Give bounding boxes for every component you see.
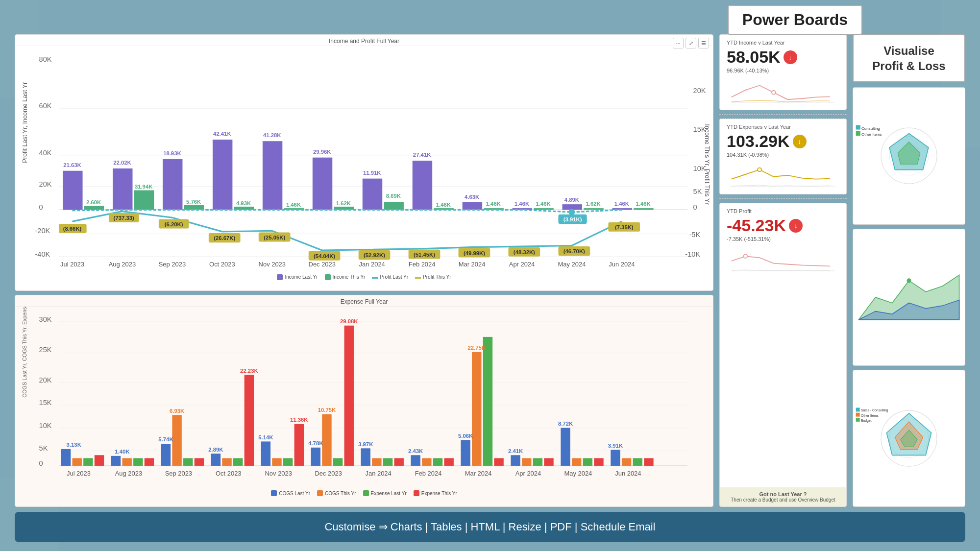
profit-arrow-icon: ↓ <box>789 219 803 233</box>
svg-text:Nov 2023: Nov 2023 <box>265 470 292 477</box>
svg-text:1.62K: 1.62K <box>586 201 601 207</box>
svg-text:Apr 2024: Apr 2024 <box>509 261 535 268</box>
svg-rect-170 <box>483 337 492 466</box>
svg-text:Oct 2023: Oct 2023 <box>216 470 242 477</box>
svg-text:(52.92K): (52.92K) <box>364 252 385 258</box>
svg-text:(26.67K): (26.67K) <box>214 235 235 241</box>
power-boards-box: Power Boards <box>728 5 862 35</box>
svg-text:1.46K: 1.46K <box>636 201 651 207</box>
svg-text:3.91K: 3.91K <box>608 443 623 449</box>
svg-rect-160 <box>383 458 392 465</box>
svg-text:-40K: -40K <box>35 250 50 258</box>
svg-rect-125 <box>83 458 93 465</box>
svg-text:11.36K: 11.36K <box>290 417 308 423</box>
svg-text:4.93K: 4.93K <box>236 200 251 206</box>
svg-rect-158 <box>361 448 370 466</box>
svg-rect-161 <box>394 458 403 465</box>
svg-text:Budget: Budget <box>861 419 872 423</box>
svg-rect-61 <box>584 208 603 210</box>
svg-text:5.06K: 5.06K <box>458 433 473 439</box>
income-kpi-label: YTD Income v Last Year <box>727 40 839 46</box>
svg-text:8.69K: 8.69K <box>386 193 401 199</box>
svg-text:(7.35K): (7.35K) <box>615 224 634 230</box>
svg-text:22.75K: 22.75K <box>468 345 486 351</box>
svg-text:5.74K: 5.74K <box>158 436 173 442</box>
svg-text:5K: 5K <box>39 444 48 452</box>
svg-rect-129 <box>122 458 131 465</box>
svg-point-92 <box>568 209 575 216</box>
svg-rect-40 <box>313 158 332 210</box>
svg-rect-175 <box>522 458 531 465</box>
svg-rect-20 <box>63 171 82 210</box>
svg-text:0: 0 <box>39 203 43 211</box>
svg-text:Apr 2024: Apr 2024 <box>515 470 541 477</box>
svg-rect-176 <box>533 458 542 465</box>
svg-text:20K: 20K <box>39 376 52 384</box>
svg-rect-44 <box>363 179 382 210</box>
svg-rect-163 <box>411 455 420 466</box>
svg-text:(46.70K): (46.70K) <box>564 249 585 255</box>
svg-text:4.78K: 4.78K <box>308 440 323 446</box>
svg-rect-181 <box>583 458 592 465</box>
bottom-banner-text: Customise ⇒ Charts | Tables | HTML | Res… <box>324 521 655 533</box>
svg-text:1.62K: 1.62K <box>336 200 351 206</box>
svg-text:4.89K: 4.89K <box>564 197 579 203</box>
expenses-kpi-card: YTD Expenses v Last Year 103.29K ↓ 104.3… <box>719 119 847 194</box>
svg-text:Mar 2024: Mar 2024 <box>465 470 492 477</box>
svg-rect-171 <box>494 458 503 465</box>
profit-kpi-card: YTD Profit -45.23K ↓ -7.35K (-515.31%) G <box>719 203 847 507</box>
svg-rect-48 <box>413 161 432 210</box>
svg-rect-25 <box>134 190 154 210</box>
profit-kpi-value: -45.23K ↓ <box>727 216 839 235</box>
svg-text:2.43K: 2.43K <box>408 448 423 454</box>
income-kpi-sub: 96.96K (-40.13%) <box>727 68 839 73</box>
svg-rect-165 <box>433 458 442 465</box>
expense-chart-area: 30K 25K 20K 15K 10K 5K 0 <box>15 307 713 488</box>
svg-rect-126 <box>95 455 104 466</box>
svg-rect-215 <box>856 131 860 136</box>
thumbnail-charts: Consulting Other Items <box>853 87 965 507</box>
svg-rect-28 <box>163 159 182 210</box>
svg-rect-32 <box>213 140 232 210</box>
svg-text:2.60K: 2.60K <box>86 199 101 205</box>
svg-text:Income This Yr, Profit This Yr: Income This Yr, Profit This Yr <box>704 124 711 205</box>
svg-rect-154 <box>344 325 354 465</box>
svg-text:Sales - Consulting: Sales - Consulting <box>861 408 888 412</box>
budget-notice-line1: Got no Last Year ? <box>725 491 841 497</box>
svg-text:(6.20K): (6.20K) <box>165 221 183 227</box>
svg-text:Dec 2023: Dec 2023 <box>309 261 336 268</box>
svg-text:May 2024: May 2024 <box>558 261 586 268</box>
svg-rect-164 <box>422 458 431 465</box>
svg-rect-60 <box>563 204 582 210</box>
svg-rect-124 <box>73 458 82 465</box>
bottom-banner: Customise ⇒ Charts | Tables | HTML | Res… <box>15 512 965 542</box>
svg-rect-186 <box>633 458 642 465</box>
svg-rect-123 <box>61 449 71 466</box>
svg-text:(8.66K): (8.66K) <box>63 226 82 232</box>
svg-text:Feb 2024: Feb 2024 <box>415 470 442 477</box>
visualise-box: VisualiseProfit & Loss <box>853 34 965 82</box>
svg-rect-213 <box>856 125 860 130</box>
income-kpi-value: 58.05K ↓ <box>727 48 839 67</box>
svg-text:1.46K: 1.46K <box>286 202 301 208</box>
thumb-chart-1: Consulting Other Items <box>853 87 965 224</box>
svg-rect-180 <box>572 458 581 465</box>
svg-text:5.14K: 5.14K <box>258 434 273 440</box>
svg-text:60K: 60K <box>39 102 52 110</box>
thumb-chart-3: Sales - Consulting Other Items Budget <box>853 370 965 507</box>
income-kpi-card: YTD Income v Last Year 58.05K ↓ 96.96K (… <box>719 34 847 110</box>
svg-rect-128 <box>111 455 121 465</box>
svg-rect-134 <box>172 415 181 466</box>
svg-text:15K: 15K <box>39 399 52 407</box>
svg-text:(48.32K): (48.32K) <box>514 249 535 255</box>
svg-text:1.46K: 1.46K <box>486 201 501 207</box>
svg-text:Feb 2024: Feb 2024 <box>409 261 436 268</box>
svg-text:(51.45K): (51.45K) <box>414 252 435 258</box>
svg-text:Mar 2024: Mar 2024 <box>459 261 486 268</box>
svg-rect-133 <box>161 444 171 466</box>
svg-text:COGS Last Yr, COGS This Yr, Ex: COGS Last Yr, COGS This Yr, Expense La..… <box>21 307 27 398</box>
svg-text:31.94K: 31.94K <box>135 184 152 190</box>
svg-text:29.08K: 29.08K <box>340 318 358 324</box>
svg-rect-135 <box>183 458 193 465</box>
right-panel: VisualiseProfit & Loss Consulting <box>853 34 965 507</box>
